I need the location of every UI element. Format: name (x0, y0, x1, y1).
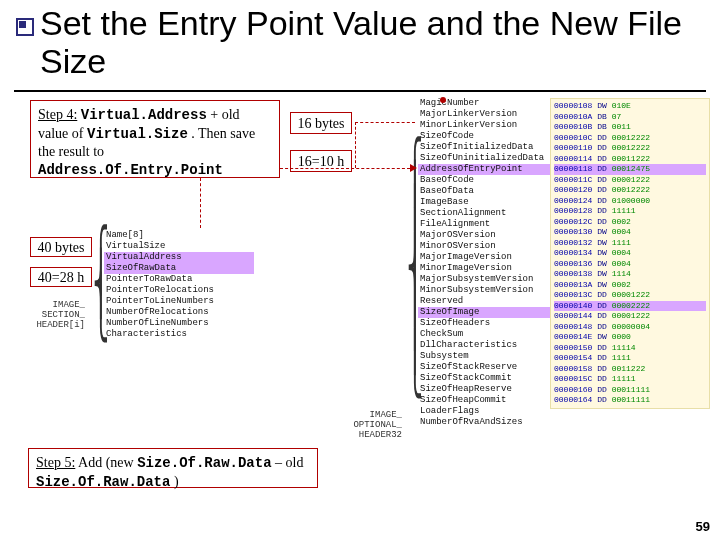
slide: Set the Entry Point Value and the New Fi… (0, 0, 720, 540)
hex-row: 00000158 DD 0011222 (554, 364, 706, 375)
opt-field: BaseOfData (418, 186, 558, 197)
step5-prefix: Step 5: (36, 455, 75, 470)
step5-minus: – old (275, 455, 303, 470)
hex-row: 0000013C DD 00001222 (554, 290, 706, 301)
opt-field: MajorOSVersion (418, 230, 558, 241)
opt-field: SizeOfCode (418, 131, 558, 142)
hex-row: 00000120 DD 00012222 (554, 185, 706, 196)
opt-field: MagicNumber (418, 98, 558, 109)
label-40-hex: 40=28 h (30, 267, 92, 287)
opt-field: NumberOfRvaAndSizes (418, 417, 558, 428)
opt-field: Subsystem (418, 351, 558, 362)
hex-row: 0000010B DB 0011 (554, 122, 706, 133)
step4-aoep: Address.Of.Entry.Point (38, 162, 223, 178)
hex-row: 0000012C DD 0002 (554, 217, 706, 228)
label-16-bytes: 16 bytes (290, 112, 352, 134)
opt-field: MinorLinkerVersion (418, 120, 558, 131)
hex-row: 00000150 DD 11114 (554, 343, 706, 354)
slide-title: Set the Entry Point Value and the New Fi… (40, 4, 700, 80)
step5-box: Step 5: Add (new Size.Of.Raw.Data – old … (28, 448, 318, 488)
ish-field: VirtualSize (104, 241, 254, 252)
opt-field: SizeOfInitializedData (418, 142, 558, 153)
hex-dump: 00000108 DW 010E0000010A DB 070000010B D… (550, 98, 710, 409)
opt-field: MinorOSVersion (418, 241, 558, 252)
opt-label: IMAGE_OPTIONAL_HEADER32 (340, 410, 402, 440)
opt-field: MinorSubsystemVersion (418, 285, 558, 296)
opt-field: AddressOfEntryPoint (418, 164, 558, 175)
opt-field: SizeOfHeaders (418, 318, 558, 329)
hex-row: 00000108 DW 010E (554, 101, 706, 112)
connector-line-icon (200, 178, 201, 228)
hex-row: 0000011C DD 00001222 (554, 175, 706, 186)
hex-row: 00000134 DW 0004 (554, 248, 706, 259)
ish-field: Name[8] (104, 230, 254, 241)
opt-field: LoaderFlags (418, 406, 558, 417)
hex-row: 0000010A DB 07 (554, 112, 706, 123)
hex-row: 00000148 DD 00000004 (554, 322, 706, 333)
arrow-head-icon (410, 164, 417, 172)
ish-field: PointerToLineNumbers (104, 296, 254, 307)
hex-row: 0000015C DD 11111 (554, 374, 706, 385)
label-40-bytes: 40 bytes (30, 237, 92, 257)
connector-dot-icon (440, 97, 446, 103)
ish-label: IMAGE_SECTION_HEADER[i] (20, 300, 85, 330)
hex-row: 00000138 DW 1114 (554, 269, 706, 280)
hex-row: 00000110 DD 00012222 (554, 143, 706, 154)
hex-row: 0000010C DD 00012222 (554, 133, 706, 144)
step5-sord2: Size.Of.Raw.Data (36, 474, 170, 490)
step4-prefix: Step 4: (38, 107, 77, 122)
hex-row: 00000164 DD 00011111 (554, 395, 706, 406)
ish-field: VirtualAddress (104, 252, 254, 263)
opt-field: BaseOfCode (418, 175, 558, 186)
hex-row: 00000144 DD 00001222 (554, 311, 706, 322)
hex-row: 00000114 DD 00011222 (554, 154, 706, 165)
ish-field: NumberOfRelocations (104, 307, 254, 318)
step5-text: Add (new (78, 455, 137, 470)
title-bullet-dot (19, 21, 26, 28)
step4-box: Step 4: Virtual.Address + old value of V… (30, 100, 280, 178)
opt-field: MinorImageVersion (418, 263, 558, 274)
opt-field: MajorImageVersion (418, 252, 558, 263)
connector-line-icon (280, 168, 410, 169)
hex-row: 00000154 DD 1111 (554, 353, 706, 364)
ish-field: PointerToRawData (104, 274, 254, 285)
opt-field-list: MagicNumberMajorLinkerVersionMinorLinker… (418, 98, 558, 428)
connector-line-icon (355, 122, 356, 168)
step5-sord: Size.Of.Raw.Data (137, 455, 271, 471)
hex-row: 00000128 DD 11111 (554, 206, 706, 217)
hex-row: 0000013A DW 0002 (554, 280, 706, 291)
hex-row: 00000140 DD 00002222 (554, 301, 706, 312)
hex-row: 00000160 DD 00011111 (554, 385, 706, 396)
opt-field: Reserved (418, 296, 558, 307)
hex-row: 00000124 DD 01000000 (554, 196, 706, 207)
hex-row: 00000130 DW 0004 (554, 227, 706, 238)
opt-field: MajorSubsystemVersion (418, 274, 558, 285)
step5-close: ) (174, 474, 179, 489)
connector-line-icon (355, 122, 415, 123)
opt-field: FileAlignment (418, 219, 558, 230)
ish-field-list: Name[8]VirtualSizeVirtualAddressSizeOfRa… (104, 230, 254, 340)
opt-field: SizeOfStackReserve (418, 362, 558, 373)
opt-field: SizeOfImage (418, 307, 558, 318)
ish-field: SizeOfRawData (104, 263, 254, 274)
ish-field: PointerToRelocations (104, 285, 254, 296)
step4-va: Virtual.Address (81, 107, 207, 123)
opt-field: CheckSum (418, 329, 558, 340)
hex-row: 0000014E DW 0000 (554, 332, 706, 343)
title-rule (14, 90, 706, 92)
ish-field: Characteristics (104, 329, 254, 340)
opt-field: ImageBase (418, 197, 558, 208)
opt-field: SectionAlignment (418, 208, 558, 219)
opt-field: SizeOfUninitializedData (418, 153, 558, 164)
ish-field: NumberOfLineNumbers (104, 318, 254, 329)
opt-field: DllCharacteristics (418, 340, 558, 351)
opt-field: SizeOfHeapCommit (418, 395, 558, 406)
hex-row: 00000136 DW 0004 (554, 259, 706, 270)
opt-field: MajorLinkerVersion (418, 109, 558, 120)
page-number: 59 (696, 519, 710, 534)
opt-field: SizeOfStackCommit (418, 373, 558, 384)
hex-row: 00000118 DD 00012475 (554, 164, 706, 175)
hex-row: 00000132 DW 1111 (554, 238, 706, 249)
opt-field: SizeOfHeapReserve (418, 384, 558, 395)
step4-vs: Virtual.Size (87, 126, 188, 142)
